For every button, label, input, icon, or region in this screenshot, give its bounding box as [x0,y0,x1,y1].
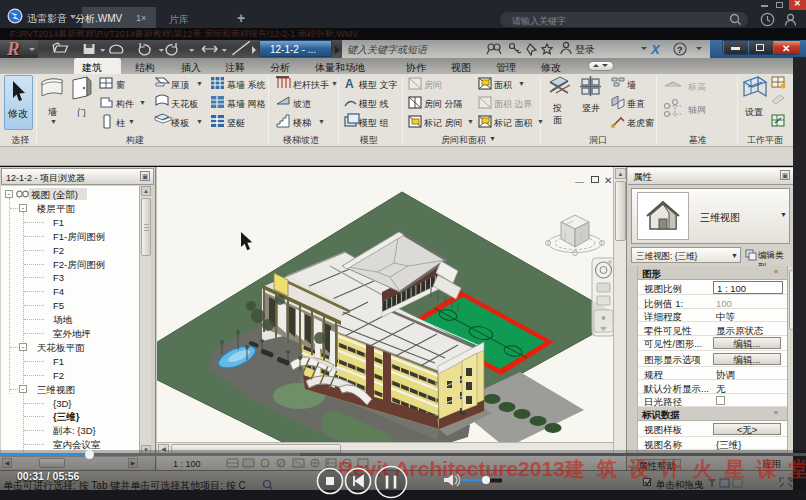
svg-text:X: X [650,42,661,57]
svg-text:登录: 登录 [575,44,595,55]
svg-text:?: ? [677,45,683,55]
